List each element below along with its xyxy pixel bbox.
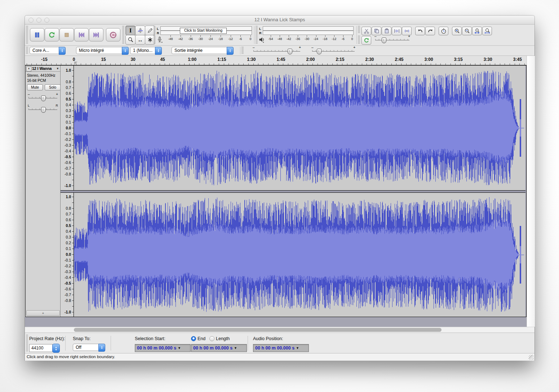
play-at-speed-button[interactable] bbox=[361, 36, 371, 45]
resize-grip-icon[interactable] bbox=[529, 355, 534, 360]
tools-toolbar-grabber[interactable] bbox=[122, 26, 124, 44]
project-rate-stepper[interactable]: ▲▼ bbox=[52, 344, 60, 353]
recording-channels-value: 1 (Mono... bbox=[133, 48, 152, 53]
collapse-track-button[interactable]: ▲ bbox=[26, 310, 60, 316]
ruler-label: 0.7 bbox=[66, 212, 71, 216]
field-dropdown-icon[interactable]: ▼ bbox=[234, 346, 237, 350]
end-radio[interactable] bbox=[191, 336, 196, 341]
zoom-toggle-button[interactable] bbox=[439, 27, 448, 35]
gain-thumb[interactable] bbox=[41, 95, 46, 101]
selection-toolbar-grabber[interactable] bbox=[26, 335, 28, 352]
timeline-minor-tick bbox=[332, 63, 333, 65]
meter-scale-tick bbox=[231, 35, 231, 37]
recording-meter-grabber[interactable] bbox=[153, 26, 155, 44]
speaker-icon bbox=[303, 47, 310, 54]
timeline-minor-tick bbox=[283, 63, 283, 65]
device-toolbar-grabber[interactable] bbox=[26, 47, 28, 54]
title-bar[interactable]: 12 I Wanna Lick Stamps bbox=[25, 15, 534, 24]
cut-button[interactable] bbox=[361, 27, 371, 35]
pan-thumb[interactable] bbox=[41, 107, 46, 113]
skip-start-button[interactable] bbox=[74, 28, 89, 41]
playback-volume-thumb[interactable] bbox=[317, 49, 321, 54]
ruler-tick bbox=[72, 254, 74, 255]
zoom-in-button[interactable] bbox=[452, 27, 462, 35]
ruler-label: 0.4 bbox=[66, 229, 71, 233]
timeline-minor-tick bbox=[41, 63, 42, 65]
snap-to-value: Off bbox=[76, 345, 81, 350]
mute-button[interactable]: Mute bbox=[27, 84, 43, 90]
vertical-ruler-right-channel[interactable]: 1.00.80.70.60.50.40.30.20.10.0-0.1-0.2-0… bbox=[61, 193, 74, 317]
project-rate-input[interactable]: 44100 bbox=[29, 344, 53, 352]
horizontal-scrollbar-thumb[interactable] bbox=[74, 328, 442, 332]
skip-end-icon bbox=[93, 31, 100, 39]
mic-icon bbox=[68, 47, 75, 54]
transport-toolbar-grabber[interactable] bbox=[26, 26, 28, 44]
field-dropdown-icon[interactable]: ▼ bbox=[178, 346, 181, 350]
magnifier-icon bbox=[128, 37, 134, 43]
record-button[interactable] bbox=[106, 28, 120, 41]
edit-toolbar-grabber[interactable] bbox=[358, 26, 360, 34]
meter-bar-R[interactable] bbox=[263, 31, 354, 35]
playback-volume-slider[interactable]: – + bbox=[312, 48, 355, 54]
recording-channels-select[interactable]: 1 (Mono... ▲▼ bbox=[130, 47, 162, 54]
field-dropdown-icon[interactable]: ▼ bbox=[296, 346, 299, 350]
stop-button[interactable] bbox=[59, 28, 74, 41]
timeline-minor-tick bbox=[460, 63, 461, 65]
undo-button[interactable] bbox=[415, 27, 425, 35]
trim-button[interactable] bbox=[392, 27, 401, 35]
dropdown-arrows-icon: ▲▼ bbox=[227, 47, 234, 55]
ruler-label: -0.8 bbox=[65, 298, 71, 303]
selection-start-field[interactable]: 00 h 00 m 00.000 s ▼ bbox=[135, 344, 191, 352]
zoom-out-button[interactable] bbox=[462, 27, 472, 35]
fit-selection-button[interactable] bbox=[472, 27, 482, 35]
skip-end-button[interactable] bbox=[89, 28, 103, 41]
playback-device-select[interactable]: Sortie intégrée ▲▼ bbox=[172, 47, 234, 54]
audio-position-field[interactable]: 00 h 00 m 00.000 s ▼ bbox=[253, 344, 309, 352]
recording-volume-slider[interactable]: – + bbox=[253, 48, 300, 54]
track-menu-arrow-icon[interactable]: ▼ bbox=[56, 67, 59, 70]
vertical-ruler-left-channel[interactable]: 1.00.80.70.60.50.40.30.20.10.0-0.1-0.2-0… bbox=[61, 66, 74, 190]
meter-bar-L[interactable] bbox=[263, 26, 354, 31]
fit-project-button[interactable] bbox=[482, 27, 492, 35]
ruler-label: 0.6 bbox=[66, 91, 71, 95]
gain-slider[interactable]: – + bbox=[28, 94, 57, 101]
ruler-tick bbox=[72, 272, 74, 272]
playback-meter-grabber[interactable] bbox=[256, 26, 258, 44]
play-speed-thumb[interactable] bbox=[382, 37, 386, 43]
audio-host-select[interactable]: Core A... ▲▼ bbox=[30, 47, 66, 54]
paste-button[interactable] bbox=[382, 27, 391, 35]
envelope-tool[interactable] bbox=[135, 26, 145, 35]
transcription-toolbar-grabber[interactable] bbox=[358, 36, 360, 44]
pan-slider[interactable]: L R bbox=[28, 106, 57, 112]
play-button[interactable] bbox=[45, 28, 59, 41]
zoom-tool[interactable] bbox=[125, 35, 136, 45]
timeline-label: 2:00 bbox=[306, 57, 315, 62]
meter-scale-label: -18 bbox=[218, 37, 223, 41]
recording-volume-thumb[interactable] bbox=[288, 49, 292, 54]
timeline-minor-tick bbox=[46, 63, 46, 65]
playhead-marker[interactable] bbox=[74, 62, 77, 65]
horizontal-scrollbar[interactable] bbox=[25, 327, 534, 333]
play-speed-slider[interactable]: –+ bbox=[375, 36, 409, 43]
recording-device-select[interactable]: Micro intégré ▲▼ bbox=[76, 47, 129, 54]
playback-meter[interactable]: LR-54-48-42-36-30-24-18-12-60 bbox=[258, 26, 354, 44]
timeline-minor-tick bbox=[248, 63, 249, 65]
timeshift-tool[interactable]: ↔ bbox=[135, 35, 145, 45]
timeline-label: 3:00 bbox=[425, 57, 433, 62]
solo-button[interactable]: Solo bbox=[45, 84, 61, 90]
ruler-label: 0.8 bbox=[66, 80, 71, 84]
selection-tool[interactable]: I bbox=[125, 26, 136, 35]
mixer-toolbar-grabber[interactable] bbox=[241, 47, 244, 54]
vertical-scrollbar-track[interactable] bbox=[527, 56, 535, 327]
close-track-button[interactable]: × bbox=[26, 66, 31, 71]
track-control-panel[interactable]: × 12 I Wanna ▼ Stereo, 44100Hz 16-bit PC… bbox=[26, 66, 61, 317]
snap-to-select[interactable]: Off ▲▼ bbox=[73, 344, 105, 351]
redo-button[interactable] bbox=[425, 27, 435, 35]
selection-end-field[interactable]: 00 h 00 m 00.000 s ▼ bbox=[191, 344, 247, 352]
ruler-tick bbox=[72, 122, 74, 122]
monitoring-tooltip[interactable]: Click to Start Monitoring bbox=[180, 28, 227, 34]
waveform-canvas[interactable] bbox=[74, 66, 525, 317]
timeline-ruler[interactable]: -1501530451:001:151:301:452:002:152:302:… bbox=[25, 56, 527, 65]
length-radio[interactable] bbox=[209, 336, 214, 341]
pause-button[interactable] bbox=[30, 28, 44, 41]
